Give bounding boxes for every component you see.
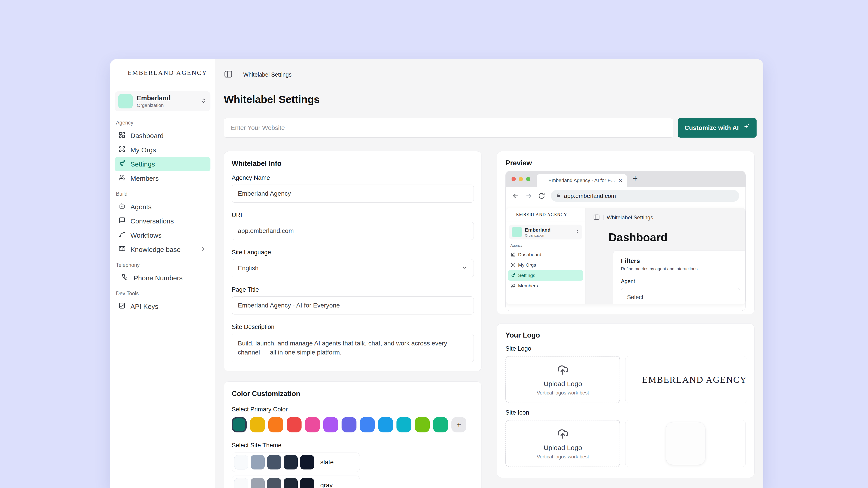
site-theme-label: Select Site Theme — [232, 442, 474, 449]
theme-chip — [267, 455, 281, 469]
browser-urlbar: app.emberland.com — [506, 187, 745, 205]
key-icon — [119, 302, 125, 311]
sidebar-item-conversations[interactable]: Conversations — [115, 214, 211, 228]
brand-flame-icon — [116, 67, 124, 78]
breadcrumb-divider — [603, 215, 603, 220]
brand-name: EMBERLAND AGENCY — [128, 69, 207, 76]
site-description-label: Site Description — [232, 324, 474, 330]
nav-section-telephony: Telephony — [116, 262, 209, 268]
sidebar-item-phone-numbers[interactable]: Phone Numbers — [115, 271, 211, 285]
color-swatch[interactable] — [305, 417, 320, 432]
traffic-lights — [512, 177, 530, 181]
sidebar-item-workflows[interactable]: Workflows — [115, 228, 211, 242]
theme-row-slate[interactable]: slate — [232, 453, 360, 472]
customize-ai-button[interactable]: Customize with AI — [678, 118, 756, 138]
theme-chip — [300, 478, 314, 488]
site-icon-frame — [666, 422, 706, 465]
sidebar: EMBERLAND AGENCY Emberland Organization … — [110, 59, 215, 488]
your-logo-title: Your Logo — [505, 331, 746, 339]
chevrons-up-down-icon — [200, 98, 207, 105]
sidebar-toggle-icon — [593, 214, 600, 221]
logo-flame-icon — [625, 371, 638, 388]
color-swatch-selected[interactable] — [232, 417, 247, 432]
address-url: app.emberland.com — [564, 193, 616, 199]
sidebar-item-members[interactable]: Members — [115, 171, 211, 186]
sidebar-toggle-icon[interactable] — [224, 70, 233, 79]
mini-app-window: EMBERLAND AGENCY Emberland Organization — [506, 207, 745, 304]
brush-icon — [511, 273, 515, 278]
theme-name: slate — [320, 459, 334, 466]
nav-section-agency: Agency — [116, 120, 209, 126]
agent-label: Agent — [621, 278, 740, 285]
website-input[interactable] — [224, 118, 673, 138]
chat-icon — [119, 217, 125, 225]
site-icon-upload[interactable]: Upload Logo Vertical logos work best — [505, 420, 620, 467]
minimize-window-icon — [519, 177, 523, 181]
org-selector[interactable]: Emberland Organization — [115, 91, 211, 111]
site-logo-upload[interactable]: Upload Logo Vertical logos work best — [505, 356, 620, 403]
mini-item-members: Members — [508, 281, 583, 291]
mini-nav-section: Agency — [510, 243, 585, 248]
mini-org-avatar — [512, 227, 522, 237]
sidebar-item-knowledge-base[interactable]: Knowledge base — [115, 242, 211, 257]
mini-brand: EMBERLAND AGENCY — [506, 208, 585, 221]
color-swatch[interactable] — [415, 417, 430, 432]
color-swatch[interactable] — [433, 417, 448, 432]
your-logo-card: Your Logo Site Logo Upload Logo Vertical… — [497, 323, 754, 478]
sidebar-item-dashboard[interactable]: Dashboard — [115, 129, 211, 143]
sidebar-item-agents[interactable]: Agents — [115, 200, 211, 214]
color-swatch[interactable] — [268, 417, 283, 432]
theme-chip — [284, 455, 298, 469]
browser-tabstrip: Emberland Agency - AI for E... ✕ + — [506, 171, 745, 187]
color-swatch[interactable] — [287, 417, 302, 432]
mini-item-my-orgs: My Orgs — [508, 260, 583, 270]
primary-color-label: Select Primary Color — [232, 406, 474, 413]
logo-wordmark: EMBERLAND AGENCY — [642, 375, 747, 385]
color-swatch[interactable] — [360, 417, 375, 432]
new-tab-icon: + — [632, 174, 638, 184]
back-icon — [512, 192, 519, 199]
color-swatch[interactable] — [397, 417, 411, 432]
page-title-field[interactable] — [232, 296, 474, 315]
close-window-icon — [512, 177, 516, 181]
mini-sidebar: EMBERLAND AGENCY Emberland Organization — [506, 208, 585, 304]
sidebar-brand: EMBERLAND AGENCY — [110, 59, 215, 86]
nav-section-dev-tools: Dev Tools — [116, 291, 209, 297]
sidebar-item-api-keys[interactable]: API Keys — [115, 299, 211, 314]
theme-row-gray[interactable]: gray — [232, 476, 360, 488]
sparkles-icon — [742, 123, 750, 133]
sidebar-item-settings[interactable]: Settings — [115, 157, 211, 171]
agent-select: Select — [621, 288, 740, 304]
color-swatch[interactable] — [342, 417, 356, 432]
org-name: Emberland — [137, 94, 170, 102]
cloud-upload-icon — [557, 363, 569, 377]
org-avatar — [118, 94, 133, 108]
address-bar: app.emberland.com — [551, 190, 739, 202]
primary-color-swatches: + — [232, 417, 474, 432]
site-language-select[interactable]: English — [232, 259, 474, 277]
theme-chip — [251, 478, 265, 488]
dashboard-icon — [119, 131, 125, 140]
mini-filters-card: Filters Refine metrics by agent and inte… — [613, 250, 745, 304]
right-column: Preview Emberland Agency - — [497, 151, 754, 478]
book-icon — [119, 246, 125, 254]
agency-name-field[interactable] — [232, 185, 474, 203]
bot-icon — [119, 203, 125, 211]
brush-icon — [119, 160, 125, 168]
add-color-button[interactable]: + — [452, 417, 466, 432]
site-language-label: Site Language — [232, 249, 474, 256]
users-icon — [119, 174, 125, 183]
mini-brand-flame-icon — [510, 212, 514, 217]
orgs-icon — [119, 146, 125, 154]
color-swatch[interactable] — [323, 417, 338, 432]
color-swatch[interactable] — [250, 417, 265, 432]
mini-org-selector: Emberland Organization — [509, 225, 582, 239]
sidebar-item-my-orgs[interactable]: My Orgs — [115, 143, 211, 157]
color-swatch[interactable] — [378, 417, 393, 432]
theme-name: gray — [320, 482, 333, 488]
theme-chip — [251, 455, 265, 469]
breadcrumb-text: Whitelabel Settings — [607, 215, 653, 221]
site-description-field[interactable]: Build, launch, and manage AI agents that… — [232, 334, 474, 362]
url-field[interactable] — [232, 222, 474, 240]
chevron-right-icon — [200, 246, 206, 254]
